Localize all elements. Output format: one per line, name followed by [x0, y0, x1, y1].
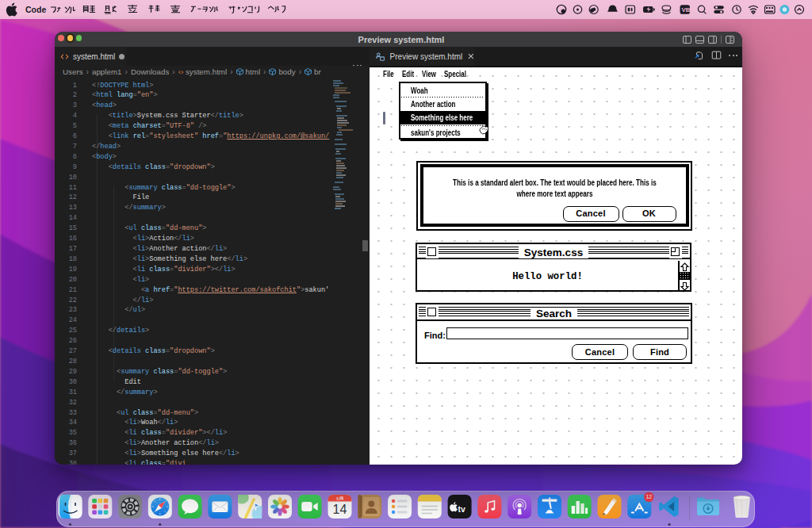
svg-text:VB: VB — [682, 6, 691, 13]
svg-text:tv: tv — [458, 504, 465, 514]
svg-text:Code: Code — [25, 5, 46, 14]
svg-text:6: 6 — [336, 496, 339, 501]
svg-text:12: 12 — [645, 494, 652, 499]
svg-text:14: 14 — [333, 503, 347, 516]
